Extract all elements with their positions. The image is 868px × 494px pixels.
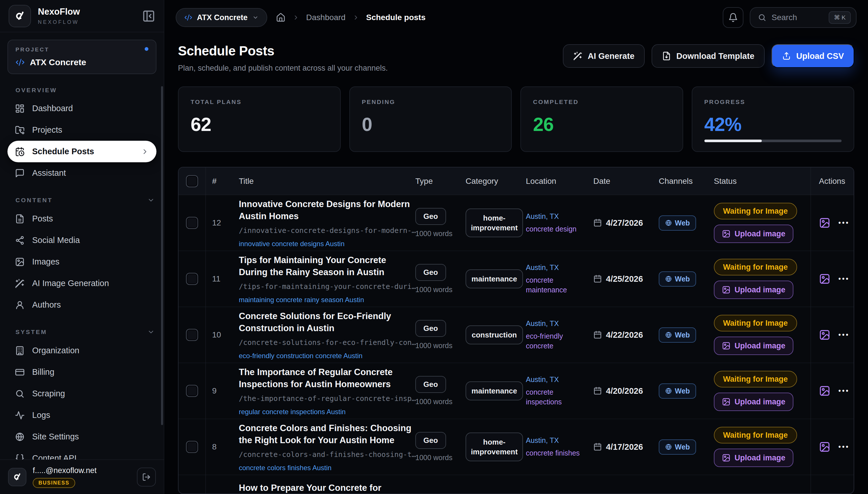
channel-badge: Web [659, 215, 696, 231]
sidebar-item-content-api[interactable]: Content API [7, 448, 156, 459]
post-keyword-link[interactable]: maintaining concrete rainy season Austin [239, 296, 416, 304]
location-topic-link[interactable]: concrete finishes [526, 448, 580, 458]
location-topic-link[interactable]: concrete maintenance [526, 275, 585, 295]
category-badge: home-improvement [466, 433, 523, 461]
category-badge: construction [466, 325, 523, 344]
sidebar-item-images[interactable]: Images [7, 251, 156, 272]
sidebar-item-social-media[interactable]: Social Media [7, 229, 156, 251]
sidebar-item-posts[interactable]: Posts [7, 208, 156, 229]
sidebar-section-system[interactable]: SYSTEM [16, 328, 155, 336]
post-slug: /innovative-concrete-designs-for-modern-… [239, 226, 416, 235]
post-date: 4/27/2026 [606, 218, 643, 228]
post-title[interactable]: Tips for Maintaining Your Concrete Durin… [239, 254, 416, 278]
sidebar-item-dashboard[interactable]: Dashboard [7, 98, 156, 119]
download-template-button[interactable]: Download Template [652, 44, 765, 68]
row-checkbox[interactable] [186, 273, 198, 285]
post-title[interactable]: The Importance of Regular Concrete Inspe… [239, 366, 416, 390]
globe-icon [665, 276, 672, 282]
status-badge: Waiting for Image [714, 259, 797, 276]
upload-image-button[interactable]: Upload image [714, 449, 793, 467]
upload-image-button[interactable]: Upload image [714, 281, 793, 299]
sidebar-item-scraping[interactable]: Scraping [7, 383, 156, 404]
row-checkbox[interactable] [186, 385, 198, 397]
channel-badge: Web [659, 327, 696, 343]
row-image-action-icon[interactable] [819, 329, 830, 341]
post-date: 4/20/2026 [606, 386, 643, 396]
sidebar-item-logs[interactable]: Logs [7, 404, 156, 426]
sidebar-item-billing[interactable]: Billing [7, 361, 156, 383]
table-header: # Title Type Category Location Date Chan… [179, 168, 854, 195]
nexoflow-logo-icon [13, 10, 26, 23]
row-menu-button[interactable]: ••• [839, 331, 850, 339]
calendar-icon [593, 274, 602, 283]
upload-image-button[interactable]: Upload image [714, 393, 793, 411]
sidebar-item-projects[interactable]: Projects [7, 119, 156, 141]
sidebar-item-authors[interactable]: Authors [7, 294, 156, 316]
post-title[interactable]: Innovative Concrete Designs for Modern A… [239, 198, 416, 222]
sidebar-item-ai-image-generation[interactable]: AI Image Generation [7, 272, 156, 294]
globe-icon [15, 432, 25, 442]
status-badge: Waiting for Image [714, 427, 797, 443]
project-card[interactable]: PROJECT ATX Concrete [7, 40, 156, 74]
stat-card-total-plans: TOTAL PLANS 62 [178, 87, 341, 152]
plan-badge: BUSINESS [33, 478, 75, 488]
location-city-link[interactable]: Austin, TX [526, 375, 559, 384]
location-city-link[interactable]: Austin, TX [526, 436, 559, 444]
image-icon [722, 398, 730, 406]
sidebar: NexoFlow NEXOFLOW PROJECT ATX Concrete O… [0, 0, 164, 494]
post-keyword-link[interactable]: regular concrete inspections Austin [239, 408, 416, 416]
post-title[interactable]: Concrete Colors and Finishes: Choosing t… [239, 422, 416, 446]
row-menu-button[interactable]: ••• [839, 219, 850, 227]
post-title[interactable]: Concrete Solutions for Eco-Friendly Cons… [239, 310, 416, 334]
location-topic-link[interactable]: concrete design [526, 224, 577, 234]
sidebar-section-content[interactable]: CONTENT [16, 196, 155, 204]
col-channels: Channels [654, 168, 707, 195]
ai-generate-button[interactable]: AI Generate [563, 44, 645, 68]
breadcrumb-current: Schedule posts [366, 13, 426, 22]
code-icon [184, 14, 192, 21]
row-menu-button[interactable]: ••• [839, 443, 850, 451]
post-title[interactable]: How to Prepare Your Concrete for the… [239, 482, 404, 494]
location-city-link[interactable]: Austin, TX [526, 319, 559, 328]
col-date: Date [588, 168, 654, 195]
page-subtitle: Plan, schedule, and publish content acro… [178, 64, 388, 73]
row-image-action-icon[interactable] [819, 217, 830, 229]
post-keyword-link[interactable]: concrete colors finishes Austin [239, 464, 416, 472]
select-all-checkbox[interactable] [186, 175, 198, 187]
row-menu-button[interactable]: ••• [839, 275, 850, 283]
dashboard-icon [15, 104, 25, 113]
location-topic-link[interactable]: eco-friendly concrete [526, 331, 585, 351]
row-checkbox[interactable] [186, 441, 198, 453]
project-switcher[interactable]: ATX Concrete [176, 8, 267, 27]
sidebar-scrollbar[interactable] [161, 86, 163, 425]
notifications-button[interactable] [723, 7, 744, 28]
sidebar-item-site-settings[interactable]: Site Settings [7, 426, 156, 448]
upload-csv-button[interactable]: Upload CSV [772, 44, 854, 68]
post-keyword-link[interactable]: innovative concrete designs Austin [239, 240, 416, 248]
post-slug: /the-importance-of-regular-concrete-insp… [239, 394, 416, 403]
sidebar-collapse-button[interactable] [142, 10, 155, 23]
post-keyword-link[interactable]: eco-friendly construction concrete Austi… [239, 352, 416, 360]
location-city-link[interactable]: Austin, TX [526, 263, 559, 272]
upload-image-button[interactable]: Upload image [714, 225, 793, 243]
row-checkbox[interactable] [186, 329, 198, 341]
row-image-action-icon[interactable] [819, 385, 830, 397]
sidebar-item-assistant[interactable]: Assistant [7, 162, 156, 184]
row-image-action-icon[interactable] [819, 273, 830, 285]
row-image-action-icon[interactable] [819, 441, 830, 453]
sidebar-item-organization[interactable]: Organization [7, 340, 156, 361]
sidebar-item-schedule-posts[interactable]: Schedule Posts [7, 141, 156, 162]
user-icon [15, 300, 25, 310]
row-checkbox[interactable] [186, 217, 198, 229]
progress-bar [704, 139, 842, 142]
upload-image-button[interactable]: Upload image [714, 337, 793, 355]
location-topic-link[interactable]: concrete inspections [526, 387, 585, 407]
search-input[interactable]: Search ⌘ K [750, 7, 856, 28]
location-city-link[interactable]: Austin, TX [526, 212, 559, 221]
logout-button[interactable] [137, 468, 156, 487]
breadcrumb-dashboard[interactable]: Dashboard [306, 13, 346, 22]
row-menu-button[interactable]: ••• [839, 387, 850, 395]
table-row: How to Prepare Your Concrete for the… [179, 475, 854, 494]
home-icon[interactable] [276, 13, 285, 22]
type-badge: Geo [415, 320, 446, 337]
